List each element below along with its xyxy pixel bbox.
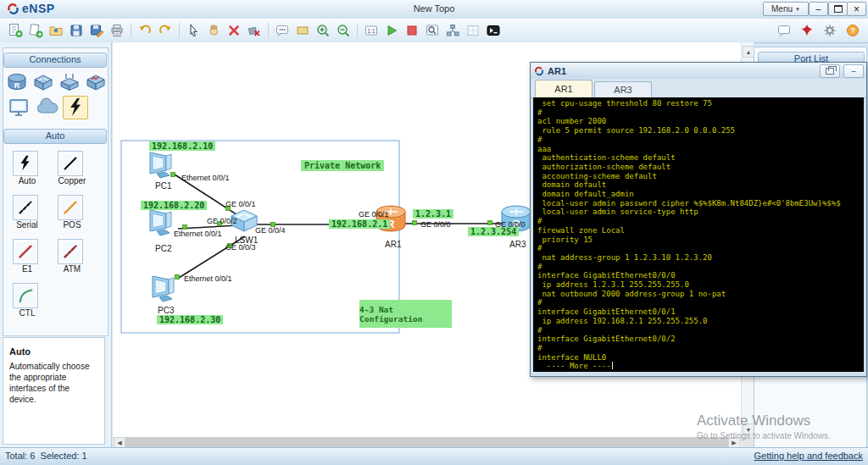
category-wlan[interactable] — [58, 71, 81, 93]
zoom-in-button[interactable] — [314, 22, 331, 39]
info-title: Auto — [9, 346, 98, 357]
ip-label-pc3[interactable]: 192.168.2.30 — [157, 315, 223, 324]
annotation-private-network[interactable]: Private Network — [301, 160, 384, 171]
minimize-button[interactable]: – — [809, 2, 828, 16]
restore-icon — [826, 68, 834, 75]
open-icon — [48, 23, 64, 38]
stop-device-button[interactable] — [403, 22, 420, 39]
link-type-ctl[interactable] — [13, 283, 38, 308]
terminal-line: # — [537, 108, 860, 118]
ensp-window: eNSP New Topo Menu ▼ – × — [0, 0, 868, 465]
switch-category-icon — [32, 72, 54, 92]
ip-label-pc1[interactable]: 192.168.2.10 — [149, 141, 215, 151]
save-as-button[interactable] — [88, 22, 105, 39]
terminal-line: # — [537, 263, 860, 272]
pan-tool-button[interactable] — [205, 22, 222, 39]
link-type-auto[interactable] — [13, 151, 38, 176]
port-label-sw-ge1: GE 0/0/1 — [225, 200, 256, 208]
new-device-button[interactable] — [27, 22, 44, 39]
category-firewall[interactable] — [84, 71, 108, 93]
copper-line-icon — [61, 154, 80, 173]
link-type-copper[interactable] — [58, 151, 83, 176]
terminal-line: rule 5 permit source 192.168.2.0 0.0.0.2… — [537, 126, 860, 136]
grid-icon — [465, 23, 481, 38]
redo-button[interactable] — [157, 22, 174, 39]
node-label-pc2: PC2 — [155, 244, 171, 253]
print-button[interactable] — [108, 22, 125, 39]
close-button[interactable]: × — [847, 2, 866, 16]
terminal-line: acl number 2000 — [537, 117, 860, 126]
settings-button[interactable] — [821, 22, 838, 39]
gear-icon — [822, 23, 837, 38]
delete-all-button[interactable] — [246, 22, 263, 39]
new-topo-button[interactable] — [7, 22, 24, 39]
huawei-logo-icon — [799, 23, 815, 38]
cli-terminal-window[interactable]: AR1 – AR1 AR3 set cpu-usage threshold 80… — [530, 62, 867, 377]
ip-label-ar1-wan[interactable]: 1.2.3.1 — [413, 209, 453, 219]
link-type-label: ATM — [52, 264, 92, 274]
rectangle-note-button[interactable] — [294, 22, 311, 39]
delete-button[interactable] — [225, 22, 242, 39]
topology-view-button[interactable] — [444, 22, 461, 39]
terminal-line: domain default_admin — [537, 190, 860, 199]
link-type-atm[interactable] — [58, 239, 83, 264]
app-logo: eNSP — [7, 2, 55, 15]
link-type-pos[interactable] — [58, 195, 83, 220]
packet-capture-button[interactable] — [424, 22, 441, 39]
text-note-button[interactable] — [274, 22, 291, 39]
arrow-up-icon: ▲ — [746, 49, 752, 55]
link-type-label: Auto — [7, 176, 47, 185]
menu-button-label: Menu — [771, 4, 793, 14]
terminal-line: accounting-scheme default — [537, 172, 860, 181]
undo-button[interactable] — [136, 22, 153, 39]
save-button[interactable] — [68, 22, 85, 39]
actual-size-button[interactable]: 1:1 — [363, 22, 380, 39]
node-pc2[interactable] — [147, 207, 177, 241]
chevron-down-icon: ▼ — [795, 7, 800, 12]
scroll-down-button[interactable]: ▼ — [743, 423, 754, 435]
node-label-pc3: PC3 — [158, 306, 174, 315]
ip-label-pc2[interactable]: 192.168.2.20 — [141, 201, 207, 210]
terminal-restore-button[interactable] — [820, 64, 840, 78]
arrow-right-icon: ▶ — [732, 440, 736, 446]
category-switch[interactable] — [31, 71, 55, 93]
port-label-pc1: Ethernet 0/0/1 — [181, 174, 230, 182]
category-terminal[interactable] — [7, 97, 31, 119]
zoom-out-button[interactable] — [335, 22, 352, 39]
message-button[interactable] — [776, 22, 793, 39]
ensp-logo-icon — [7, 3, 19, 15]
help-button[interactable]: ? — [844, 22, 861, 39]
terminal-tab-bar: AR1 AR3 — [531, 79, 866, 98]
terminal-title-bar[interactable]: AR1 – — [531, 63, 866, 79]
link-type-serial[interactable] — [13, 195, 38, 220]
pc-icon — [147, 149, 177, 180]
scroll-up-button[interactable]: ▲ — [743, 46, 754, 58]
toolbar-separator — [268, 23, 269, 38]
grid-button[interactable] — [465, 22, 481, 39]
terminal-tab-ar1[interactable]: AR1 — [535, 80, 593, 97]
category-router[interactable]: R — [5, 71, 29, 93]
terminal-tab-ar3[interactable]: AR3 — [594, 81, 652, 97]
maximize-button[interactable] — [828, 2, 848, 16]
node-pc3[interactable] — [149, 273, 180, 307]
annotation-nat-configuration[interactable]: 4-3 Nat Configuration — [359, 300, 452, 328]
selection-info-panel: Auto Automatically choose the appropriat… — [3, 337, 105, 445]
select-tool-button[interactable] — [185, 22, 202, 39]
ip-label-ar1-lan[interactable]: 192.168.2.1 — [329, 219, 390, 229]
category-connection[interactable] — [63, 96, 88, 119]
node-pc1[interactable] — [147, 149, 177, 183]
huawei-forum-button[interactable] — [798, 22, 815, 39]
app-brand: eNSP — [22, 2, 55, 15]
close-icon: × — [854, 4, 860, 14]
category-cloud[interactable] — [35, 97, 58, 119]
menu-button[interactable]: Menu ▼ — [763, 2, 809, 16]
terminal-screen[interactable]: set cpu-usage threshold 80 restore 75#ac… — [533, 97, 864, 372]
wlan-category-icon — [58, 72, 81, 92]
cloud-icon — [35, 97, 58, 118]
terminal-minimize-button[interactable]: – — [843, 64, 864, 78]
help-feedback-link[interactable]: Getting help and feedback — [754, 451, 863, 461]
start-device-button[interactable] — [383, 22, 400, 39]
console-button[interactable] — [485, 22, 502, 39]
open-button[interactable] — [47, 22, 64, 39]
link-type-e1[interactable] — [13, 239, 38, 264]
